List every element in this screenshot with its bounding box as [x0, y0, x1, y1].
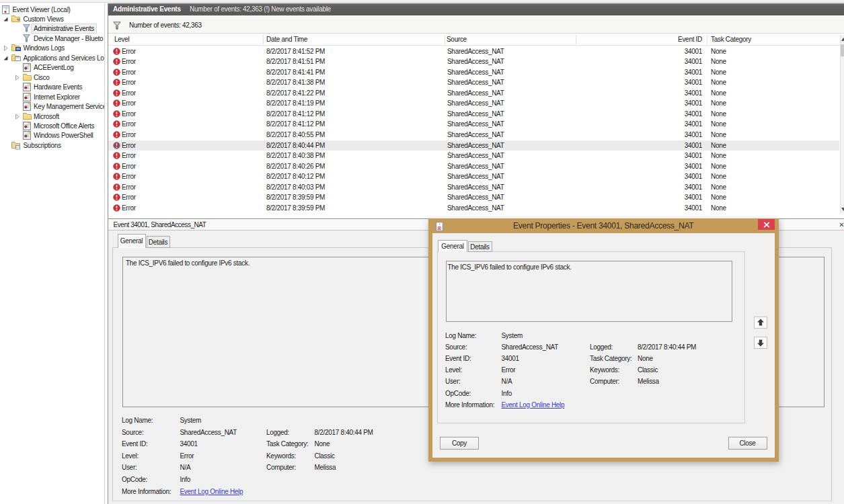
detail-field-row: More Information:Event Log Online Help	[438, 401, 744, 410]
scrollbar-thumb[interactable]	[841, 44, 844, 56]
dialog-title: Event Properties - Event 34001, SharedAc…	[428, 218, 779, 233]
dialog-tab-details[interactable]: Details	[468, 241, 492, 252]
preview-close-icon[interactable]: ✕	[838, 221, 844, 228]
event-row[interactable]: Error8/2/2017 8:41:52 PMSharedAccess_NAT…	[108, 46, 839, 57]
tree-item-label: Internet Explorer	[34, 92, 80, 102]
event-row[interactable]: Error8/2/2017 8:39:59 PMSharedAccess_NAT…	[108, 203, 839, 214]
column-header-level[interactable]: Level	[114, 34, 129, 46]
column-divider[interactable]	[707, 35, 707, 44]
error-icon	[113, 120, 120, 128]
scroll-up-arrow-icon[interactable]	[841, 36, 844, 42]
tree-item-microsoft[interactable]: Microsoft	[0, 112, 105, 122]
field-label: Computer:	[266, 463, 296, 472]
cell-source: SharedAccess_NAT	[447, 46, 504, 57]
column-header-source[interactable]: Source	[447, 34, 467, 46]
event-row[interactable]: Error8/2/2017 8:39:59 PMSharedAccess_NAT…	[108, 192, 839, 203]
cell-datetime: 8/2/2017 8:41:52 PM	[266, 46, 325, 57]
cell-task-category: None	[711, 171, 726, 182]
tree-item-hardware-events[interactable]: Hardware Events	[0, 82, 105, 92]
event-log-online-help-link[interactable]: Event Log Online Help	[502, 401, 565, 410]
field-value: 8/2/2017 8:40:44 PM	[315, 428, 373, 437]
field-value: Melissa	[315, 463, 336, 472]
cell-source: SharedAccess_NAT	[447, 140, 504, 151]
event-row[interactable]: Error8/2/2017 8:40:38 PMSharedAccess_NAT…	[108, 151, 839, 161]
field-value: Error	[502, 366, 516, 375]
cell-level: Error	[122, 140, 136, 151]
detail-field-row: OpCode:Info	[438, 389, 744, 398]
cell-level: Error	[122, 98, 136, 109]
event-properties-dialog: Event Properties - Event 34001, SharedAc…	[428, 218, 779, 462]
cell-datetime: 8/2/2017 8:40:38 PM	[266, 151, 325, 161]
dialog-close-button[interactable]	[758, 219, 775, 230]
column-header-task-category[interactable]: Task Category	[711, 34, 751, 46]
dialog-tab-general[interactable]: General	[438, 240, 467, 252]
tree-item-internet-explorer[interactable]: Internet Explorer	[0, 92, 105, 102]
cell-task-category: None	[711, 151, 726, 161]
tree-item-microsoft-office-alerts[interactable]: Microsoft Office Alerts	[0, 121, 105, 131]
cell-source: SharedAccess_NAT	[447, 98, 504, 109]
tree-expand-icon[interactable]	[14, 114, 20, 120]
column-divider[interactable]	[576, 35, 576, 44]
previous-event-button[interactable]	[754, 317, 767, 329]
column-divider[interactable]	[445, 35, 445, 44]
cell-datetime: 8/2/2017 8:41:12 PM	[266, 119, 325, 130]
vertical-scrollbar[interactable]	[840, 35, 844, 214]
tree-collapse-icon[interactable]	[3, 16, 9, 22]
field-label: OpCode:	[122, 475, 147, 485]
event-row[interactable]: Error8/2/2017 8:41:41 PMSharedAccess_NAT…	[108, 67, 839, 78]
event-row[interactable]: Error8/2/2017 8:40:26 PMSharedAccess_NAT…	[108, 161, 839, 172]
scroll-down-arrow-icon[interactable]	[841, 206, 844, 212]
tree-item-aceeventlog[interactable]: ACEEventLog	[0, 62, 105, 73]
event-row[interactable]: Error8/2/2017 8:40:44 PMSharedAccess_NAT…	[108, 140, 839, 151]
event-row[interactable]: Error8/2/2017 8:40:12 PMSharedAccess_NAT…	[108, 171, 839, 182]
view-status-text: Number of events: 42,363 (!) New events …	[190, 3, 331, 15]
tree-item-windows-logs[interactable]: Windows Logs	[0, 43, 105, 53]
field-value: System	[180, 416, 202, 425]
next-event-button[interactable]	[754, 337, 767, 349]
cell-task-category: None	[711, 98, 726, 109]
tree-item-subscriptions[interactable]: Subscriptions	[0, 140, 105, 151]
tree-item-administrative-events[interactable]: Administrative Events	[0, 24, 105, 34]
preview-tab-general[interactable]: General	[118, 234, 146, 248]
cell-datetime: 8/2/2017 8:41:19 PM	[266, 98, 325, 109]
event-row[interactable]: Error8/2/2017 8:41:51 PMSharedAccess_NAT…	[108, 56, 839, 67]
tree-expand-icon[interactable]	[14, 75, 20, 81]
column-divider[interactable]	[263, 35, 264, 44]
event-row[interactable]: Error8/2/2017 8:41:12 PMSharedAccess_NAT…	[108, 119, 839, 130]
tree-item-cisco[interactable]: Cisco	[0, 73, 105, 83]
tree-item-applications-and-services-lo[interactable]: Applications and Services Lo	[0, 53, 105, 63]
subscriptions-icon	[11, 141, 20, 150]
cell-level: Error	[122, 161, 136, 172]
error-icon	[113, 69, 120, 76]
folder-logs-icon	[11, 44, 20, 52]
log-icon	[23, 131, 32, 140]
error-icon	[113, 99, 120, 107]
event-row[interactable]: Error8/2/2017 8:41:38 PMSharedAccess_NAT…	[108, 77, 839, 88]
tree-collapse-icon[interactable]	[3, 55, 9, 61]
tree-item-device-manager-blueto[interactable]: Device Manager - Blueto	[0, 34, 105, 44]
tree-item-event-viewer-local[interactable]: Event Viewer (Local)	[0, 5, 105, 15]
event-row[interactable]: Error8/2/2017 8:41:22 PMSharedAccess_NAT…	[108, 88, 839, 99]
tree-item-custom-views[interactable]: Custom Views	[0, 14, 105, 24]
event-log-online-help-link[interactable]: Event Log Online Help	[180, 487, 243, 497]
tree-item-key-management-service[interactable]: Key Management Service	[0, 101, 105, 112]
close-button[interactable]: Close	[728, 437, 767, 450]
field-label: User:	[122, 463, 137, 472]
dialog-title-bar[interactable]: Event Properties - Event 34001, SharedAc…	[428, 218, 779, 233]
window-top-edge	[0, 0, 844, 3]
column-header-date-and-time[interactable]: Date and Time	[266, 34, 307, 46]
tree-expand-icon[interactable]	[3, 45, 9, 51]
event-row[interactable]: Error8/2/2017 8:41:19 PMSharedAccess_NAT…	[108, 98, 839, 109]
field-value: None	[315, 439, 330, 449]
event-row[interactable]: Error8/2/2017 8:41:12 PMSharedAccess_NAT…	[108, 109, 839, 120]
event-row[interactable]: Error8/2/2017 8:40:55 PMSharedAccess_NAT…	[108, 130, 839, 140]
cell-source: SharedAccess_NAT	[447, 171, 504, 182]
cell-datetime: 8/2/2017 8:40:12 PM	[266, 171, 325, 182]
preview-tab-details[interactable]: Details	[147, 236, 170, 248]
copy-button[interactable]: Copy	[440, 437, 479, 450]
column-header-event-id[interactable]: Event ID	[646, 34, 702, 46]
tree-item-label: Administrative Events	[31, 24, 97, 34]
tree-item-windows-powershell[interactable]: Windows PowerShell	[0, 130, 105, 140]
cell-source: SharedAccess_NAT	[447, 192, 504, 203]
event-row[interactable]: Error8/2/2017 8:40:03 PMSharedAccess_NAT…	[108, 182, 839, 193]
